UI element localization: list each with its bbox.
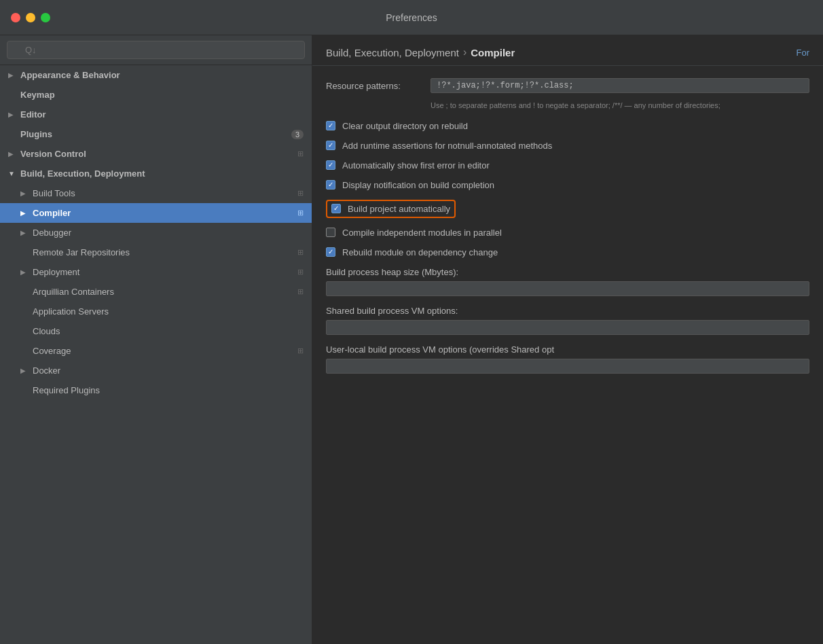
copy-icon: ⊞ xyxy=(297,189,304,198)
setting-label-show-first-error: Automatically show first error in editor xyxy=(342,160,490,171)
copy-icon: ⊞ xyxy=(297,268,304,276)
for-link[interactable]: For xyxy=(797,48,810,58)
sidebar-item-coverage[interactable]: ▶ Coverage ⊞ xyxy=(0,341,312,361)
user-local-vm-label: User-local build process VM options (ove… xyxy=(326,344,809,355)
sidebar-item-appearance[interactable]: ▶ Appearance & Behavior xyxy=(0,65,312,85)
title-bar: Preferences xyxy=(0,0,823,35)
shared-vm-row: Shared build process VM options: xyxy=(326,306,809,335)
user-local-vm-input[interactable] xyxy=(326,359,809,374)
panel-header: Build, Execution, Deployment › Compiler … xyxy=(312,35,823,66)
sidebar-item-debugger[interactable]: ▶ Debugger xyxy=(0,223,312,243)
sidebar-item-app-servers[interactable]: ▶ Application Servers xyxy=(0,302,312,321)
check-icon: ✓ xyxy=(328,142,333,149)
sidebar-item-label: Application Servers xyxy=(33,306,304,317)
sidebar: 🔍 ▶ Appearance & Behavior ▶ Keymap ▶ Edi… xyxy=(0,35,312,644)
main-content: 🔍 ▶ Appearance & Behavior ▶ Keymap ▶ Edi… xyxy=(0,35,823,644)
shared-vm-input[interactable] xyxy=(326,320,809,335)
maximize-button[interactable] xyxy=(41,13,50,22)
sidebar-item-build-exec-deploy[interactable]: ▼ Build, Execution, Deployment xyxy=(0,164,312,183)
arrow-placeholder: ▶ xyxy=(20,347,30,355)
sidebar-item-remote-jar[interactable]: ▶ Remote Jar Repositories ⊞ xyxy=(0,243,312,262)
sidebar-item-compiler[interactable]: ▶ Compiler ⊞ xyxy=(0,203,312,223)
arrow-placeholder: ▶ xyxy=(8,130,18,138)
checkbox-compile-parallel[interactable] xyxy=(326,228,335,237)
sidebar-item-label: Plugins xyxy=(20,129,289,139)
heap-size-row: Build process heap size (Mbytes): xyxy=(326,267,809,296)
checkbox-rebuild-module[interactable]: ✓ xyxy=(326,247,335,257)
search-input[interactable] xyxy=(7,41,305,59)
setting-row-rebuild-module: ✓ Rebuild module on dependency change xyxy=(326,247,809,257)
sidebar-item-label: Debugger xyxy=(33,228,304,238)
checkbox-show-first-error[interactable]: ✓ xyxy=(326,160,335,170)
sidebar-item-label: Remote Jar Repositories xyxy=(33,247,293,257)
window-title: Preferences xyxy=(386,12,437,23)
setting-row-build-notification: ✓ Display notification on build completi… xyxy=(326,180,809,190)
sidebar-item-label: Deployment xyxy=(33,267,293,277)
arrow-placeholder: ▶ xyxy=(20,308,30,315)
checkbox-build-automatically[interactable]: ✓ xyxy=(331,204,341,213)
breadcrumb: Build, Execution, Deployment › Compiler … xyxy=(326,46,809,58)
sidebar-item-label: Required Plugins xyxy=(33,385,304,395)
sidebar-item-label: Clouds xyxy=(33,326,304,336)
check-icon: ✓ xyxy=(333,205,339,212)
plugins-badge: 3 xyxy=(291,130,304,139)
sidebar-item-arquillian[interactable]: ▶ Arquillian Containers ⊞ xyxy=(0,282,312,302)
arrow-open-icon: ▼ xyxy=(8,170,18,177)
heap-size-input[interactable] xyxy=(326,281,809,296)
right-panel: Build, Execution, Deployment › Compiler … xyxy=(312,35,823,644)
arrow-placeholder: ▶ xyxy=(20,249,30,256)
check-icon: ✓ xyxy=(328,122,333,129)
breadcrumb-current: Compiler xyxy=(471,47,515,58)
setting-row-build-automatically: ✓ Build project automatically xyxy=(326,200,456,218)
sidebar-item-editor[interactable]: ▶ Editor xyxy=(0,105,312,124)
heap-size-label: Build process heap size (Mbytes): xyxy=(326,267,809,277)
arrow-placeholder: ▶ xyxy=(20,288,30,296)
setting-label-clear-output: Clear output directory on rebuild xyxy=(342,121,468,131)
shared-vm-label: Shared build process VM options: xyxy=(326,306,809,316)
sidebar-item-label: Coverage xyxy=(33,346,293,356)
window-controls xyxy=(11,13,50,22)
check-icon: ✓ xyxy=(328,249,333,255)
sidebar-item-label: Appearance & Behavior xyxy=(20,70,304,80)
sidebar-item-label: Compiler xyxy=(33,208,293,218)
checkbox-build-notification[interactable]: ✓ xyxy=(326,180,335,190)
sidebar-item-build-tools[interactable]: ▶ Build Tools ⊞ xyxy=(0,183,312,203)
arrow-icon: ▶ xyxy=(20,209,30,217)
search-wrapper: 🔍 xyxy=(7,41,305,59)
sidebar-item-required-plugins[interactable]: ▶ Required Plugins xyxy=(0,380,312,400)
copy-icon: ⊞ xyxy=(297,346,304,355)
copy-icon: ⊞ xyxy=(297,209,304,217)
sidebar-item-label: Docker xyxy=(33,365,304,376)
minimize-button[interactable] xyxy=(26,13,35,22)
sidebar-item-docker[interactable]: ▶ Docker xyxy=(0,361,312,380)
arrow-icon: ▶ xyxy=(8,111,18,118)
sidebar-item-label: Version Control xyxy=(20,149,293,159)
sidebar-item-deployment[interactable]: ▶ Deployment ⊞ xyxy=(0,262,312,282)
sidebar-item-plugins[interactable]: ▶ Plugins 3 xyxy=(0,124,312,144)
arrow-icon: ▶ xyxy=(20,229,30,236)
checkbox-clear-output[interactable]: ✓ xyxy=(326,121,335,130)
arrow-placeholder: ▶ xyxy=(20,387,30,394)
sidebar-item-keymap[interactable]: ▶ Keymap xyxy=(0,85,312,105)
check-icon: ✓ xyxy=(328,181,333,188)
close-button[interactable] xyxy=(11,13,20,22)
check-icon: ✓ xyxy=(328,162,333,168)
breadcrumb-parent: Build, Execution, Deployment xyxy=(326,47,459,58)
setting-row-clear-output: ✓ Clear output directory on rebuild xyxy=(326,121,809,131)
sidebar-item-version-control[interactable]: ▶ Version Control ⊞ xyxy=(0,144,312,164)
arrow-placeholder: ▶ xyxy=(8,91,18,99)
setting-row-show-first-error: ✓ Automatically show first error in edit… xyxy=(326,160,809,171)
arrow-icon: ▶ xyxy=(8,71,18,79)
arrow-placeholder: ▶ xyxy=(20,327,30,335)
panel-body: Resource patterns: Use ; to separate pat… xyxy=(312,66,823,644)
setting-row-runtime-assertions: ✓ Add runtime assertions for notnull-ann… xyxy=(326,141,809,151)
resource-patterns-row: Resource patterns: xyxy=(326,78,809,93)
sidebar-item-label: Build Tools xyxy=(33,188,293,198)
sidebar-item-clouds[interactable]: ▶ Clouds xyxy=(0,321,312,341)
sidebar-item-label: Keymap xyxy=(20,90,304,100)
checkbox-runtime-assertions[interactable]: ✓ xyxy=(326,141,335,150)
arrow-icon: ▶ xyxy=(8,150,18,158)
copy-icon: ⊞ xyxy=(297,149,304,158)
resource-patterns-input[interactable] xyxy=(431,78,809,93)
setting-label-rebuild-module: Rebuild module on dependency change xyxy=(342,247,498,257)
